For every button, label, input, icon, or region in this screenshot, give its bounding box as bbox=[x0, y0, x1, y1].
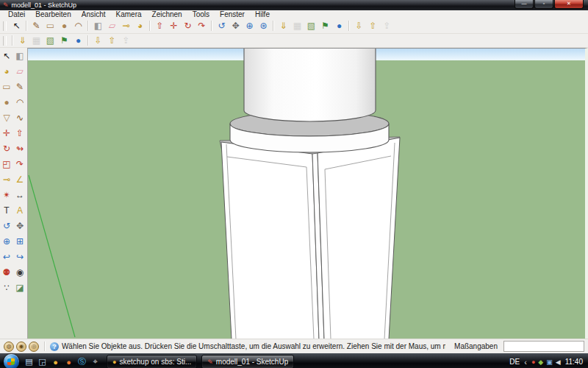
rotate-tool-button[interactable]: ↻ bbox=[0, 141, 13, 156]
rectangle-tool-button[interactable]: ▭ bbox=[43, 19, 57, 32]
tape-measure-tool-button[interactable]: ⊸ bbox=[0, 172, 13, 187]
tray-antivirus-icon[interactable]: ● bbox=[531, 358, 535, 366]
offset-tool-button[interactable]: ↷ bbox=[195, 19, 209, 32]
firefox-icon-button[interactable]: ● bbox=[63, 356, 74, 368]
menu-fenster[interactable]: Fenster bbox=[215, 10, 250, 18]
tray-volume-icon[interactable]: ◀ bbox=[556, 358, 561, 366]
push-pull-tool-button[interactable]: ⇧ bbox=[13, 126, 26, 141]
circle-tool-button[interactable]: ● bbox=[0, 95, 13, 110]
language-indicator[interactable]: DE bbox=[509, 358, 520, 366]
status-signin-icon[interactable]: ◎ bbox=[29, 342, 39, 352]
push-pull-tool-button[interactable]: ⇧ bbox=[153, 19, 167, 32]
orbit-tool-button[interactable]: ↺ bbox=[215, 19, 229, 32]
get-models-button[interactable]: ⇩ bbox=[91, 34, 105, 47]
toggle-terrain-button[interactable]: ▦ bbox=[290, 19, 304, 32]
task-sketchup-model[interactable]: ✎ modell_01 - SketchUp bbox=[201, 355, 294, 368]
pan-tool-button[interactable]: ✥ bbox=[229, 19, 243, 32]
move-tool-button[interactable]: ✛ bbox=[167, 19, 181, 32]
status-geolocation-icon[interactable]: ◍ bbox=[4, 342, 14, 352]
pointer-device-icon-button[interactable]: ⌖ bbox=[90, 356, 101, 368]
menu-hilfe[interactable]: Hilfe bbox=[250, 10, 275, 18]
eraser-tool-button[interactable]: ▱ bbox=[105, 19, 119, 32]
paint-bucket-tool-button[interactable]: ◕ bbox=[133, 19, 147, 32]
zoom-tool-button[interactable]: ⊕ bbox=[243, 19, 257, 32]
line-tool-button[interactable]: ✎ bbox=[29, 19, 43, 32]
share-component-button[interactable]: ⇪ bbox=[119, 34, 133, 47]
preview-model-in-google-earth-button[interactable]: ⚑ bbox=[318, 19, 332, 32]
toolbar-grip[interactable] bbox=[3, 21, 7, 31]
zoom-next-tool-button[interactable]: ↪ bbox=[13, 250, 26, 264]
taskbar-clock[interactable]: 11:40 bbox=[565, 358, 583, 366]
column-cylinder[interactable] bbox=[244, 49, 376, 121]
text-tool-button[interactable]: T bbox=[0, 203, 13, 218]
get-current-view-button[interactable]: ⇓ bbox=[276, 19, 290, 32]
explorer-icon-button[interactable]: ◲ bbox=[37, 356, 48, 368]
menu-kamera[interactable]: Kamera bbox=[111, 10, 147, 18]
eraser-tool-button[interactable]: ▱ bbox=[13, 64, 26, 79]
paint-bucket-tool-button[interactable]: ◕ bbox=[0, 64, 13, 79]
polygon-tool-button[interactable]: ▽ bbox=[0, 110, 13, 125]
freehand-tool-button[interactable]: ∿ bbox=[13, 110, 26, 125]
zoom-tool-button[interactable]: ⊕ bbox=[0, 234, 13, 249]
section-plane-tool-button[interactable]: ◪ bbox=[13, 280, 26, 295]
menu-datei[interactable]: Datei bbox=[3, 10, 30, 18]
pan-tool-button[interactable]: ✥ bbox=[13, 219, 26, 233]
line-tool-button[interactable]: ✎ bbox=[13, 79, 26, 94]
share-models-button[interactable]: ⇧ bbox=[105, 34, 119, 47]
close-button[interactable]: ✕ bbox=[554, 0, 584, 9]
protractor-tool-button[interactable]: ∠ bbox=[13, 172, 26, 187]
tape-measure-tool-button[interactable]: ⊸ bbox=[119, 19, 133, 32]
toggle-terrain-button[interactable]: ▦ bbox=[29, 34, 43, 47]
share-component-button[interactable]: ⇪ bbox=[380, 19, 394, 32]
scale-tool-button[interactable]: ◰ bbox=[0, 157, 13, 171]
menu-bearbeiten[interactable]: Bearbeiten bbox=[30, 10, 76, 18]
circle-tool-button[interactable]: ● bbox=[57, 19, 71, 32]
share-models-button[interactable]: ⇧ bbox=[366, 19, 380, 32]
walk-tool-button[interactable]: ∵ bbox=[0, 280, 13, 295]
pedestal-left-face[interactable] bbox=[221, 142, 319, 339]
google-earth-button[interactable]: ● bbox=[71, 34, 85, 47]
measurements-input[interactable] bbox=[503, 341, 584, 352]
get-current-view-button[interactable]: ⇓ bbox=[15, 34, 29, 47]
axes-tool-button[interactable]: ✴ bbox=[0, 188, 13, 202]
follow-me-tool-button[interactable]: ↬ bbox=[13, 141, 26, 156]
maximize-button[interactable]: ▫ bbox=[534, 0, 553, 9]
menu-tools[interactable]: Tools bbox=[187, 10, 215, 18]
rectangle-tool-button[interactable]: ▭ bbox=[0, 79, 13, 94]
3d-text-tool-button[interactable]: A bbox=[13, 203, 26, 218]
zoom-previous-tool-button[interactable]: ↩ bbox=[0, 250, 13, 264]
skype-icon-button[interactable]: Ⓢ bbox=[76, 356, 87, 368]
select-tool-button[interactable]: ↖ bbox=[0, 49, 13, 63]
task-chrome-sketchup-page[interactable]: ● sketchup on sbs: Sti... bbox=[107, 355, 197, 368]
show-desktop-icon-button[interactable]: ▤ bbox=[24, 356, 35, 368]
look-around-tool-button[interactable]: ◉ bbox=[13, 265, 26, 280]
chrome-icon-button[interactable]: ● bbox=[50, 356, 61, 368]
tray-collapse-arrow[interactable]: ‹ bbox=[524, 358, 527, 367]
status-credit-icon[interactable]: ◉ bbox=[16, 342, 26, 352]
photo-textures-button[interactable]: ▧ bbox=[43, 34, 57, 47]
menu-ansicht[interactable]: Ansicht bbox=[76, 10, 111, 18]
orbit-tool-button[interactable]: ↺ bbox=[0, 219, 13, 233]
zoom-window-tool-button[interactable]: ⊞ bbox=[13, 234, 26, 249]
tray-update-icon[interactable]: ◆ bbox=[538, 358, 543, 366]
toolbar-grip[interactable] bbox=[3, 36, 7, 46]
drawing-canvas[interactable] bbox=[27, 48, 588, 339]
google-earth-button[interactable]: ● bbox=[332, 19, 346, 32]
get-models-button[interactable]: ⇩ bbox=[352, 19, 366, 32]
make-component-tool-button[interactable]: ◧ bbox=[13, 49, 26, 63]
dimensions-tool-button[interactable]: ↔ bbox=[13, 188, 26, 202]
tray-network-icon[interactable]: ▣ bbox=[546, 358, 553, 366]
arc-tool-button[interactable]: ◠ bbox=[13, 95, 26, 110]
preview-model-in-google-earth-button[interactable]: ⚑ bbox=[57, 34, 71, 47]
arc-tool-button[interactable]: ◠ bbox=[71, 19, 85, 32]
select-tool-button[interactable]: ↖ bbox=[10, 19, 24, 32]
photo-textures-button[interactable]: ▧ bbox=[304, 19, 318, 32]
rotate-tool-button[interactable]: ↻ bbox=[181, 19, 195, 32]
offset-tool-button[interactable]: ↷ bbox=[13, 157, 26, 171]
position-camera-tool-button[interactable]: ⚉ bbox=[0, 265, 13, 280]
start-button[interactable] bbox=[4, 354, 19, 368]
move-tool-button[interactable]: ✛ bbox=[0, 126, 13, 141]
zoom-extents-tool-button[interactable]: ⊛ bbox=[257, 19, 270, 32]
minimize-button[interactable]: — bbox=[514, 0, 534, 9]
menu-zeichnen[interactable]: Zeichnen bbox=[147, 10, 187, 18]
